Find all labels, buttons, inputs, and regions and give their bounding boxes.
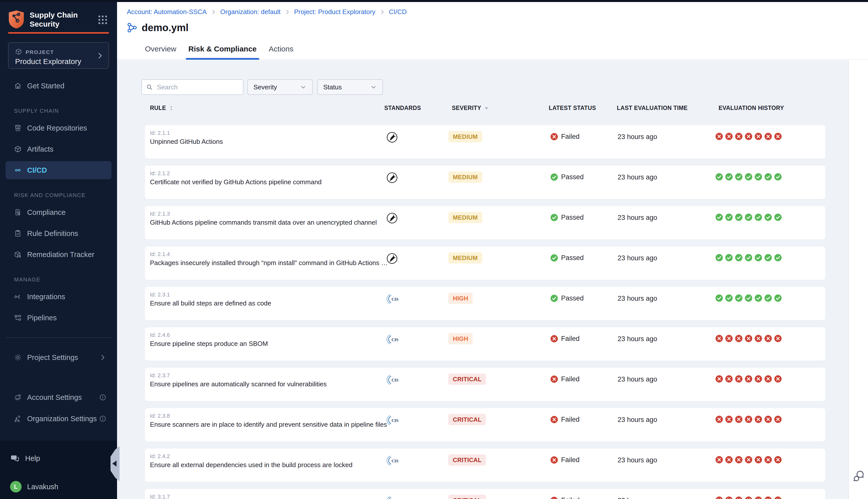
history-pass-icon (755, 214, 762, 221)
rule-id: Id: 2.4.6 (150, 332, 170, 338)
column-header-standards[interactable]: STANDARDS (384, 102, 421, 113)
chevron-right-icon (284, 9, 291, 15)
table-row[interactable]: Id: 2.3.1 Ensure all build steps are def… (145, 287, 825, 320)
project-name: Product Exploratory (15, 57, 81, 66)
page-header: Account: Automation-SSCAOrganization: de… (117, 2, 868, 60)
history-pass-icon (715, 294, 723, 302)
table-row[interactable]: Id: 2.1.4 Packages insecurely installed … (145, 246, 825, 280)
history-fail-icon (764, 334, 772, 342)
breadcrumb-link-1[interactable]: Organization: default (220, 8, 280, 16)
history-fail-icon (774, 133, 782, 140)
tab-overview[interactable]: Overview (145, 40, 176, 60)
history-pass-icon (755, 294, 762, 302)
title-row: demo.yml (126, 21, 189, 35)
project-selector[interactable]: PROJECT Product Exploratory (8, 42, 109, 69)
history-pass-icon (725, 214, 733, 221)
column-header-latest-status[interactable]: LATEST STATUS (549, 102, 596, 113)
sidebar-item-pipelines[interactable]: Pipelines (5, 309, 111, 327)
history-fail-icon (725, 334, 733, 342)
sidebar-item-project-settings[interactable]: Project Settings (5, 349, 111, 366)
breadcrumb: Account: Automation-SSCAOrganization: de… (127, 8, 407, 16)
table-row[interactable]: Id: 3.1.7 CIS CRITICAL Failed 23 hours a… (145, 489, 825, 499)
table-row[interactable]: Id: 2.4.6 Ensure pipeline steps produce … (145, 327, 825, 361)
sidebar-item-account-settings[interactable]: Account Settings (5, 388, 111, 406)
latest-status: Failed (550, 496, 580, 499)
owasp-standard-icon (385, 131, 399, 143)
table-row[interactable]: Id: 2.3.8 Ensure scanners are in place t… (145, 408, 825, 441)
table-row[interactable]: Id: 2.1.3 GitHub Actions pipeline comman… (145, 206, 825, 240)
rule-id: Id: 3.1.7 (150, 494, 170, 499)
sidebar-item-rule-definitions[interactable]: Rule Definitions (5, 224, 111, 242)
chevron-left-triangle-icon (112, 461, 117, 467)
sidebar-item-remediation-tracker[interactable]: Remediation Tracker (5, 245, 111, 264)
last-evaluation-time: 23 hours ago (618, 214, 657, 222)
sidebar-item-get-started[interactable]: Get Started (5, 77, 111, 95)
latest-status: Passed (550, 254, 584, 262)
history-fail-icon (715, 456, 723, 464)
tab-risk-compliance[interactable]: Risk & Compliance (188, 40, 257, 60)
sidebar-item-code-repositories[interactable]: Code Repositories (5, 119, 111, 137)
table-row[interactable]: Id: 2.1.2 Certificate not verified by Gi… (145, 166, 825, 199)
evaluation-history (715, 133, 782, 140)
history-fail-icon (774, 456, 782, 464)
history-fail-icon (715, 415, 723, 423)
doc-search-icon (14, 209, 22, 216)
history-fail-icon (755, 334, 762, 342)
breadcrumb-link-3[interactable]: CI/CD (389, 8, 407, 16)
latest-status: Failed (550, 456, 580, 464)
search-input[interactable] (156, 83, 239, 92)
cis-standard-icon: CIS (385, 454, 399, 467)
sidebar-section-supply-chain: SUPPLY CHAIN (14, 106, 59, 116)
sidebar-item-lavakush[interactable]: LLavakush (10, 479, 106, 494)
history-fail-icon (725, 133, 733, 140)
severity-badge: CRITICAL (448, 495, 486, 499)
status-fail-icon (550, 375, 558, 383)
history-fail-icon (745, 334, 752, 342)
table-row[interactable]: Id: 2.4.2 Ensure all external dependenci… (145, 449, 825, 482)
history-fail-icon (764, 133, 772, 140)
breadcrumb-link-0[interactable]: Account: Automation-SSCA (127, 8, 207, 16)
sidebar-item-compliance[interactable]: Compliance (5, 203, 111, 221)
cis-standard-icon: CIS (385, 495, 399, 499)
app-logo: Supply ChainSecurity (8, 9, 109, 30)
latest-status: Passed (550, 173, 584, 181)
pipelines-icon (14, 314, 22, 321)
sidebar-item-help[interactable]: ?Help (10, 451, 106, 466)
severity-filter-dropdown[interactable]: Severity (248, 79, 313, 95)
rule-id: Id: 2.1.1 (150, 130, 170, 136)
svg-text:CIS: CIS (391, 297, 398, 302)
sidebar-item-integrations[interactable]: Integrations (5, 288, 111, 306)
history-pass-icon (745, 294, 752, 302)
severity-badge: HIGH (448, 293, 473, 304)
column-header-evaluation-history[interactable]: EVALUATION HISTORY (719, 102, 784, 113)
status-pass-icon (550, 294, 558, 302)
chat-bubbles-icon[interactable] (852, 470, 866, 483)
status-filter-dropdown[interactable]: Status (317, 79, 383, 95)
chevron-right-icon (99, 354, 107, 361)
app-switcher-icon[interactable] (97, 14, 108, 26)
sidebar-section-risk-and-compliance: RISK AND COMPLIANCE (14, 190, 86, 200)
history-fail-icon (755, 456, 762, 464)
history-fail-icon (725, 456, 733, 464)
history-fail-icon (715, 133, 723, 140)
chevron-down-icon (370, 84, 377, 90)
column-header-severity[interactable]: SEVERITY (452, 102, 490, 113)
brand-divider (8, 32, 109, 34)
sidebar-item-artifacts[interactable]: Artifacts (5, 140, 111, 158)
sidebar-item-organization-settings[interactable]: Organization Settings (5, 410, 111, 428)
sidebar-item-ci-cd[interactable]: CI/CD (5, 161, 111, 179)
column-header-rule[interactable]: RULE (150, 102, 174, 113)
rule-name: Ensure pipeline steps produce an SBOM (150, 340, 268, 348)
svg-text:CIS: CIS (391, 459, 398, 463)
severity-badge: MEDIUM (448, 171, 482, 183)
column-header-last-evaluation-time[interactable]: LAST EVALUATION TIME (617, 102, 688, 113)
tab-actions[interactable]: Actions (269, 40, 293, 60)
breadcrumb-link-2[interactable]: Project: Product Exploratory (294, 8, 375, 16)
history-pass-icon (715, 214, 723, 221)
rule-name: Packages insecurely installed through “n… (150, 259, 388, 267)
cis-standard-icon: CIS (385, 414, 399, 426)
table-row[interactable]: Id: 2.3.7 Ensure pipelines are automatic… (145, 368, 825, 401)
history-fail-icon (715, 496, 723, 499)
table-row[interactable]: Id: 2.1.1 Unpinned GitHub Actions MEDIUM… (145, 125, 825, 159)
evaluation-history (715, 496, 782, 499)
